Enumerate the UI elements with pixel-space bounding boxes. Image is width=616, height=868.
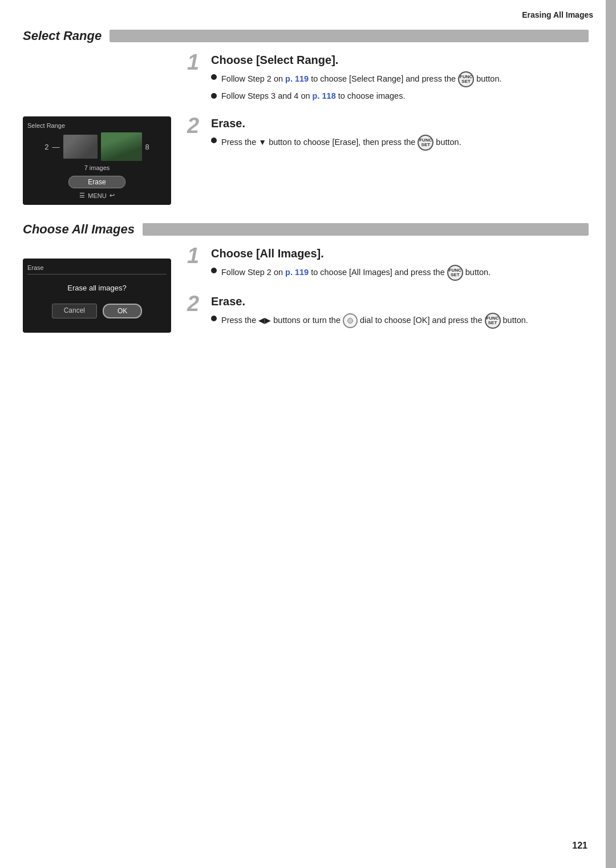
select-range-body: Select Range 2 — 8 7 images Erase ☰ MENU… xyxy=(23,54,589,205)
dial-inner xyxy=(347,318,353,324)
page-number: 121 xyxy=(572,841,587,851)
step2-title: Erase. xyxy=(211,117,589,130)
screen-menu-label: MENU xyxy=(88,192,106,199)
screen2-title: Erase xyxy=(27,264,167,274)
step1-bullets: Follow Step 2 on p. 119 to choose [Selec… xyxy=(211,71,589,103)
select-range-left: Select Range 2 — 8 7 images Erase ☰ MENU… xyxy=(23,54,171,205)
choose-all-step1-number: 1 xyxy=(187,245,211,267)
choose-all-step2-number: 2 xyxy=(187,293,211,314)
link-p119-2[interactable]: p. 119 xyxy=(285,268,309,277)
screen2-cancel-button: Cancel xyxy=(52,304,97,318)
page-header: Erasing All Images xyxy=(522,10,593,19)
choose-all-step1-bullets: Follow Step 2 on p. 119 to choose [All I… xyxy=(211,265,589,281)
link-p119-1[interactable]: p. 119 xyxy=(285,74,309,83)
choose-all-step1-title: Choose [All Images]. xyxy=(211,247,589,260)
step1-bullet2-text: Follow Steps 3 and 4 on p. 118 to choose… xyxy=(221,90,405,103)
select-range-section: Select Range Select Range 2 — 8 7 ima xyxy=(23,29,589,205)
func-btn-2: FUNCSET xyxy=(418,135,433,151)
step2-bullets: Press the ▼ button to choose [Erase], th… xyxy=(211,135,589,151)
dial-icon xyxy=(343,313,358,328)
screen-select-range-title: Select Range xyxy=(27,122,167,129)
choose-all-heading-row: Choose All Images xyxy=(23,222,589,237)
bullet-dot-4 xyxy=(211,268,217,273)
screen-num-start: 2 xyxy=(44,143,48,151)
bullet-dot xyxy=(211,74,217,80)
screen-erase-button: Erase xyxy=(68,176,125,188)
down-arrow-icon: ▼ xyxy=(258,138,266,147)
lr-arrow-icon: ◀▶ xyxy=(258,316,271,325)
choose-all-left: Erase Erase all images? Cancel OK xyxy=(23,247,171,333)
step1-content: Choose [Select Range]. Follow Step 2 on … xyxy=(211,54,589,106)
choose-all-heading-bar xyxy=(143,223,589,236)
choose-all-step1-bullet1: Follow Step 2 on p. 119 to choose [All I… xyxy=(211,265,589,281)
choose-all-step2: 2 Erase. Press the ◀▶ buttons or turn th… xyxy=(187,295,589,332)
bullet-dot-2 xyxy=(211,93,217,99)
choose-all-step2-content: Erase. Press the ◀▶ buttons or turn the … xyxy=(211,295,589,332)
choose-all-heading: Choose All Images xyxy=(23,222,135,237)
select-range-heading-row: Select Range xyxy=(23,29,589,43)
screen-menu-icon: ☰ xyxy=(79,192,85,199)
screen-img-right xyxy=(101,132,142,161)
screen-count: 7 images xyxy=(27,164,167,171)
main-content: Select Range Select Range 2 — 8 7 ima xyxy=(23,29,599,360)
step2-content: Erase. Press the ▼ button to choose [Era… xyxy=(211,117,589,154)
choose-all-section: Choose All Images Erase Erase all images… xyxy=(23,222,589,343)
choose-all-step2-title: Erase. xyxy=(211,295,589,308)
select-range-step2: 2 Erase. Press the ▼ button to choose [E… xyxy=(187,117,589,154)
select-range-step1: 1 Choose [Select Range]. Follow Step 2 o… xyxy=(187,54,589,106)
bullet-dot-3 xyxy=(211,138,217,143)
screen-img-left xyxy=(63,135,98,159)
screen-dash: — xyxy=(52,143,60,151)
screen-images-row: 2 — 8 xyxy=(27,132,167,161)
link-p118[interactable]: p. 118 xyxy=(313,91,336,100)
choose-all-step2-bullet1-text: Press the ◀▶ buttons or turn the dial to… xyxy=(221,313,528,329)
func-btn-4: FUNCSET xyxy=(485,313,501,329)
step2-number: 2 xyxy=(187,115,211,136)
select-range-steps: 1 Choose [Select Range]. Follow Step 2 o… xyxy=(187,54,589,165)
func-btn-1: FUNCSET xyxy=(458,71,474,87)
right-accent-bar xyxy=(606,0,616,868)
screen2-question: Erase all images? xyxy=(27,284,167,292)
choose-all-step1: 1 Choose [All Images]. Follow Step 2 on … xyxy=(187,247,589,284)
screen-num-end: 8 xyxy=(145,143,149,151)
screen2-buttons: Cancel OK xyxy=(27,304,167,318)
choose-all-step2-bullet1: Press the ◀▶ buttons or turn the dial to… xyxy=(211,313,589,329)
choose-all-step1-content: Choose [All Images]. Follow Step 2 on p.… xyxy=(211,247,589,284)
choose-all-screen: Erase Erase all images? Cancel OK xyxy=(23,259,171,333)
choose-all-step1-bullet1-text: Follow Step 2 on p. 119 to choose [All I… xyxy=(221,265,491,281)
select-range-heading-bar xyxy=(110,30,589,42)
step1-number: 1 xyxy=(187,51,211,73)
bullet-dot-5 xyxy=(211,316,217,321)
select-range-heading: Select Range xyxy=(23,29,102,43)
header-title: Erasing All Images xyxy=(522,10,593,19)
choose-all-body: Erase Erase all images? Cancel OK 1 Choo… xyxy=(23,247,589,343)
step1-bullet1: Follow Step 2 on p. 119 to choose [Selec… xyxy=(211,71,589,87)
screen-menu-row: ☰ MENU ↩ xyxy=(27,192,167,199)
step2-bullet1: Press the ▼ button to choose [Erase], th… xyxy=(211,135,589,151)
screen2-ok-button: OK xyxy=(103,304,142,318)
screen-menu-arrow: ↩ xyxy=(110,192,115,199)
func-btn-3: FUNCSET xyxy=(447,265,463,281)
step2-bullet1-text: Press the ▼ button to choose [Erase], th… xyxy=(221,135,461,151)
step1-bullet2: Follow Steps 3 and 4 on p. 118 to choose… xyxy=(211,90,589,103)
step1-title: Choose [Select Range]. xyxy=(211,54,589,67)
step1-bullet1-text: Follow Step 2 on p. 119 to choose [Selec… xyxy=(221,71,502,87)
select-range-screen: Select Range 2 — 8 7 images Erase ☰ MENU… xyxy=(23,116,171,205)
choose-all-step2-bullets: Press the ◀▶ buttons or turn the dial to… xyxy=(211,313,589,329)
choose-all-steps: 1 Choose [All Images]. Follow Step 2 on … xyxy=(187,247,589,343)
